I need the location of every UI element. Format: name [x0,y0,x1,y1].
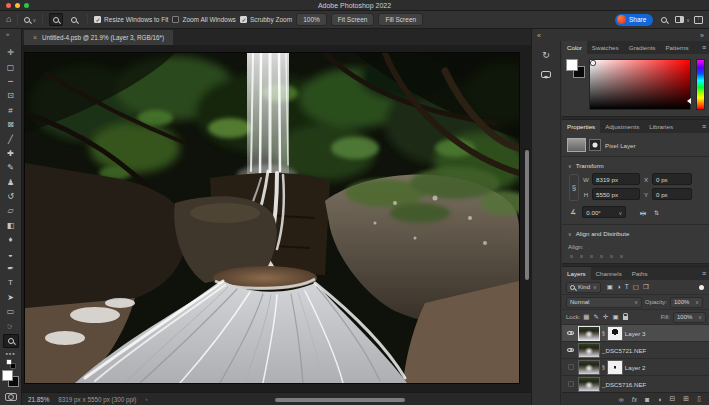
tab-libraries[interactable]: Libraries [644,120,678,133]
new-layer-icon[interactable]: ⊞ [683,395,689,403]
pixel-layer-thumb-icon[interactable] [568,139,585,151]
close-window-button[interactable] [6,3,11,8]
shape-layers-filter-icon[interactable]: ▢ [633,283,639,291]
visibility-empty-icon[interactable] [565,381,576,387]
layer-filter-select[interactable]: Kind [566,282,601,293]
foreground-color-swatch[interactable] [567,60,577,70]
transform-section-header[interactable]: Transform [568,160,704,171]
zoom-in-button[interactable] [49,13,63,26]
tab-patterns[interactable]: Patterns [660,41,693,54]
brush-tool[interactable]: ✎ [3,161,19,175]
history-brush-tool[interactable]: ↺ [3,190,19,204]
tab-adjustments[interactable]: Adjustments [600,120,644,133]
marquee-tool[interactable]: ▢ [3,60,19,74]
x-position-field[interactable]: 0 px [652,173,692,185]
panel-menu-icon[interactable]: ≡ [698,120,709,133]
layer-effects-icon[interactable]: fx [632,396,637,403]
lock-pixels-icon[interactable]: ✎ [594,313,599,321]
tab-layers[interactable]: Layers [562,267,591,280]
toolbar-expand-icon[interactable]: » [6,31,9,37]
path-selection-tool[interactable]: ➤ [3,291,19,305]
blend-mode-select[interactable]: Normal [566,297,642,308]
zoom-tool[interactable] [3,334,19,348]
rotation-angle-field[interactable]: 0.00° [582,206,626,218]
new-adjustment-layer-icon[interactable]: ◑ [657,396,661,403]
vertical-scrollbar[interactable] [525,150,529,280]
lock-position-icon[interactable]: ✛ [603,313,608,321]
fill-screen-button[interactable]: Fill Screen [378,13,423,26]
layer-mask-thumbnail[interactable] [608,327,622,340]
lock-artboard-icon[interactable]: ▣ [612,313,618,321]
expand-panels-icon[interactable]: » [700,32,704,39]
align-section-header[interactable]: Align and Distribute [568,228,704,239]
layer-thumbnail[interactable] [579,327,599,340]
comments-icon[interactable] [541,71,551,78]
lock-all-icon[interactable] [623,316,628,320]
zoom-all-windows-checkbox[interactable]: Zoom All Windows [172,16,235,23]
lasso-tool[interactable]: ∽ [3,75,19,89]
layer-row[interactable]: _DSC5716.NEF [562,376,709,392]
object-selection-tool[interactable]: ⊡ [3,89,19,103]
fit-screen-button[interactable]: Fit Screen [331,13,375,26]
crop-tool[interactable]: # [3,104,19,118]
visibility-eye-icon[interactable] [565,331,576,336]
align-icons[interactable] [570,255,704,258]
workspace-switcher[interactable] [675,16,690,23]
zoom-level[interactable]: 21.85% [28,396,49,403]
history-icon[interactable]: ↻ [542,50,550,60]
filter-toggle-icon[interactable] [699,285,704,290]
new-group-icon[interactable]: ⊟ [669,395,675,403]
tab-channels[interactable]: Channels [591,267,627,280]
panel-menu-icon[interactable]: ≡ [698,41,709,54]
minimize-window-button[interactable] [15,3,20,8]
tab-gradients[interactable]: Gradients [624,41,661,54]
clone-stamp-tool[interactable]: ♟ [3,176,19,190]
flip-horizontal-icon[interactable]: ▸|◂ [640,209,645,216]
document-image[interactable] [25,53,519,383]
zoom-tool-preset-button[interactable] [24,16,36,23]
status-chevron-icon[interactable]: › [145,396,147,402]
eraser-tool[interactable]: ▱ [3,204,19,218]
search-button[interactable] [657,13,671,26]
height-field[interactable]: 5550 px [592,188,640,200]
layer-thumbnail[interactable] [579,361,599,374]
visibility-eye-icon[interactable] [565,348,576,353]
link-layers-icon[interactable]: ∞ [619,396,624,403]
foreground-color-swatch[interactable] [3,371,12,380]
flip-vertical-icon[interactable]: ⇅ [654,209,658,216]
canvas-area[interactable] [22,45,531,392]
collapse-panels-icon[interactable]: « [537,32,541,39]
lock-transparency-icon[interactable]: ▦ [583,313,589,321]
healing-brush-tool[interactable]: ✚ [3,147,19,161]
dodge-tool[interactable]: ◒ [3,247,19,261]
quick-mask-icon[interactable] [5,393,17,401]
adjustment-layers-filter-icon[interactable]: ◑ [617,283,621,291]
hand-tool[interactable]: ☞ [3,319,19,333]
pixel-layers-filter-icon[interactable]: ▣ [607,283,613,291]
eyedropper-tool[interactable]: ╱ [3,132,19,146]
type-tool[interactable]: T [3,276,19,290]
move-tool[interactable]: ✛ [3,46,19,60]
home-icon[interactable]: ⌂ [6,15,11,24]
layer-row[interactable]: §Layer 3 [562,325,709,342]
blur-tool[interactable]: ♦ [3,233,19,247]
y-position-field[interactable]: 0 px [652,188,692,200]
layer-thumbnail[interactable] [579,344,599,357]
horizontal-scrollbar[interactable] [275,398,405,402]
tab-paths[interactable]: Paths [627,267,653,280]
document-tab[interactable]: × Untitled-4.psb @ 21.9% (Layer 3, RGB/1… [24,30,173,45]
tab-properties[interactable]: Properties [562,120,600,133]
scrubby-zoom-checkbox[interactable]: Scrubby Zoom [240,16,292,23]
edit-toolbar-icon[interactable]: ●●● [5,351,15,356]
zoom-100-button[interactable]: 100% [296,13,327,26]
opacity-select[interactable]: 100% [670,297,703,308]
saturation-brightness-field[interactable] [589,59,691,110]
smart-objects-filter-icon[interactable]: ❐ [643,283,649,291]
type-layers-filter-icon[interactable]: T [625,283,629,291]
layer-row[interactable]: §Layer 2 [562,359,709,376]
gradient-tool[interactable]: ◧ [3,219,19,233]
width-field[interactable]: 8319 px [592,173,640,185]
hue-slider[interactable] [696,59,705,110]
add-layer-mask-icon[interactable]: ◙ [645,396,649,403]
delete-layer-icon[interactable]: ▯ [697,395,701,403]
